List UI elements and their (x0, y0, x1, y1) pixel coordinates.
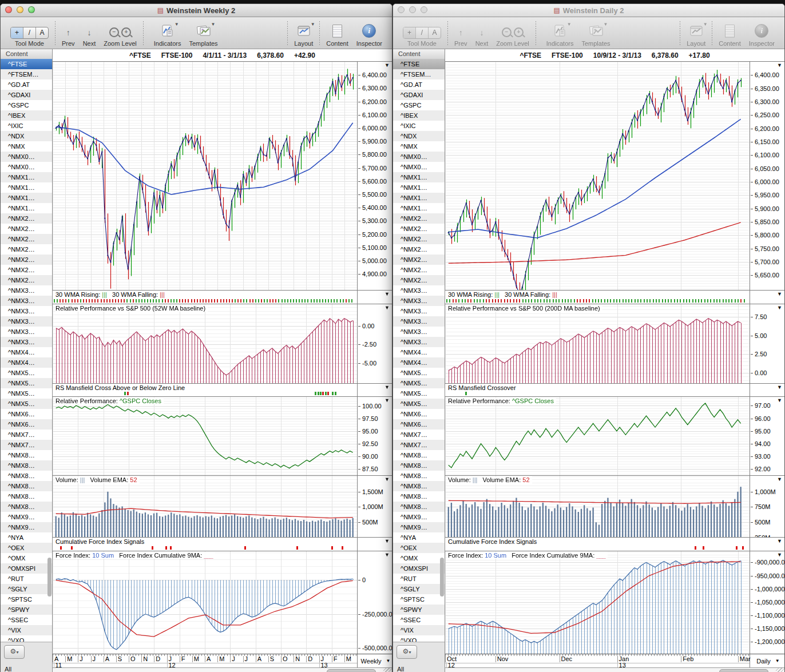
close-button[interactable] (5, 6, 12, 13)
panel-menu-icon[interactable]: ▼ (384, 305, 390, 311)
sidebar-item[interactable]: ^SPTSC (1, 594, 52, 605)
relperf-line-plot[interactable]: Relative Performance: ^GSPC Closes (445, 397, 750, 475)
panel-menu-icon[interactable]: ▼ (777, 538, 782, 544)
sidebar-item[interactable]: ^NMX5… (393, 378, 445, 388)
relperf-line-plot[interactable]: Relative Performance: ^GSPC Closes (53, 397, 358, 475)
indicators-button[interactable]: ▼ Indicators (546, 23, 574, 47)
sidebar-item[interactable]: ^SPTSC (393, 594, 445, 605)
templates-button[interactable]: ▼ Templates (581, 23, 610, 47)
sidebar-item[interactable]: ^NMX4… (393, 357, 445, 368)
zoom-out-icon[interactable]: − (502, 27, 512, 37)
sidebar-item[interactable]: ^NMX5… (1, 378, 52, 388)
sidebar-item[interactable]: ^GDAXI (393, 90, 445, 100)
sidebar-item[interactable]: ^NMX6… (393, 409, 445, 419)
sidebar-item[interactable]: ^NMX1… (393, 193, 445, 203)
time-axis-plot[interactable]: AMJJASONDJFMAMJJASONDJFM 111213 (53, 654, 358, 667)
horizontal-scrollbar[interactable] (53, 667, 392, 672)
sidebar-item[interactable]: ^NMX8… (393, 471, 445, 481)
panel-menu-icon[interactable]: ▼ (777, 397, 782, 403)
sidebar-item[interactable]: ^NMX8… (1, 460, 52, 471)
force-index-plot[interactable]: Force Index: 10 Sum Force Index Cumulati… (53, 551, 358, 654)
panel-menu-icon[interactable]: ▼ (777, 291, 782, 297)
inspector-button[interactable]: i Inspector (356, 23, 382, 47)
sidebar-item[interactable]: ^NMX2… (393, 265, 445, 275)
indicators-button[interactable]: ▼ Indicators (154, 23, 181, 47)
sidebar-item[interactable]: ^GSPC (1, 100, 52, 110)
sidebar-item[interactable]: ^NMX0… (393, 152, 445, 162)
sidebar-item[interactable]: ^NMX3… (393, 327, 445, 337)
panel-menu-icon[interactable]: ▼ (777, 476, 782, 482)
sidebar-item[interactable]: ^OMXSPI (1, 563, 52, 574)
tool-mode-line[interactable]: / (23, 27, 36, 38)
sidebar-item[interactable]: ^FTSE (393, 59, 445, 69)
sidebar-item[interactable]: ^NMX2… (393, 255, 445, 265)
content-button[interactable]: Content (326, 23, 348, 47)
sidebar-item[interactable]: ^NMX5… (1, 368, 52, 378)
sidebar-item[interactable]: ^NYA (1, 532, 52, 543)
relperf-axis[interactable]: ▼100.0097.5095.0092.5090.0087.50 (358, 397, 392, 475)
sidebar-item[interactable]: ^NMX2… (1, 275, 52, 285)
title-bar[interactable]: ▤ Weinstein Weekly 2 (1, 4, 392, 17)
panel-menu-icon[interactable]: ▼ (777, 305, 782, 311)
sidebar-item[interactable]: ^NMX6… (1, 409, 52, 419)
inspector-button[interactable]: i Inspector (749, 23, 775, 47)
sidebar-item[interactable]: ^SGLY (393, 584, 445, 594)
prev-button[interactable]: ↑ Prev (454, 26, 467, 47)
volume-plot[interactable]: Volume: ||| Volume EMA: 52 (53, 476, 358, 537)
sidebar-item[interactable]: ^NMX2… (1, 234, 52, 244)
scrollbar-thumb[interactable] (719, 669, 768, 672)
sidebar-item[interactable]: ^FTSE (1, 59, 52, 69)
wma-signal-plot[interactable]: 30 WMA Rising: ||| 30 WMA Falling: ||| (53, 291, 358, 304)
resize-grip-icon[interactable] (383, 668, 392, 672)
sidebar-item[interactable]: ^NMX (1, 141, 52, 152)
sidebar-item[interactable]: ^RUT (1, 574, 52, 584)
zoom-out-icon[interactable]: − (109, 27, 119, 37)
sidebar-item[interactable]: ^VIX (393, 625, 445, 635)
sidebar-header[interactable]: Content (393, 49, 445, 59)
sidebar-item[interactable]: ^GD.AT (1, 79, 52, 90)
sidebar-item[interactable]: ^NMX8… (1, 481, 52, 491)
sidebar-item[interactable]: ^OMX (1, 553, 52, 563)
sidebar-item[interactable]: ^NMX8… (393, 491, 445, 502)
sidebar-item[interactable]: ^NMX1… (1, 182, 52, 193)
sidebar-item[interactable]: ^NDX (1, 131, 52, 141)
content-button[interactable]: Content (719, 23, 741, 47)
sidebar-item[interactable]: ^NMX5… (393, 368, 445, 378)
interval-popup[interactable]: Weekly ▼ (362, 655, 390, 666)
panel-menu-icon[interactable]: ▼ (777, 62, 782, 68)
sidebar-item[interactable]: ^NMX7… (1, 440, 52, 450)
sidebar-item[interactable]: ^NMX2… (1, 255, 52, 265)
sidebar-header[interactable]: Content (1, 49, 52, 59)
sidebar-item[interactable]: ^SPWY (393, 605, 445, 615)
price-plot[interactable] (53, 62, 358, 290)
sidebar-item[interactable]: ^GSPC (393, 100, 445, 110)
horizontal-scrollbar[interactable] (445, 667, 784, 672)
sidebar-item[interactable]: ^NYA (393, 532, 445, 543)
sidebar-item[interactable]: ^NMX5… (1, 388, 52, 399)
sidebar-item[interactable]: ^GD.AT (393, 79, 445, 90)
zoom-in-icon[interactable]: + (121, 27, 131, 37)
sidebar-item[interactable]: ^NMX3… (1, 327, 52, 337)
sidebar-item[interactable]: ^NMX1… (1, 193, 52, 203)
sidebar-item[interactable]: ^NMX9… (393, 512, 445, 522)
sidebar-item[interactable]: ^NMX7… (1, 430, 52, 440)
sidebar-item[interactable]: ^NMX1… (1, 172, 52, 182)
sidebar-item[interactable]: ^OMXSPI (393, 563, 445, 574)
sidebar-item[interactable]: ^NMX5… (1, 399, 52, 409)
tool-mode-line[interactable]: / (416, 27, 429, 38)
force-axis[interactable]: ▼-900,000.00-950,000.00-1,000,000.00-1,0… (751, 551, 784, 654)
sidebar-item[interactable]: ^IXIC (1, 121, 52, 131)
sidebar-item[interactable]: ^OMX (393, 553, 445, 563)
sidebar-item[interactable]: ^FTSEM… (393, 69, 445, 79)
sidebar-item[interactable]: ^SPWY (1, 605, 52, 615)
price-axis[interactable]: ▼6,400.006,350.006,300.006,250.006,200.0… (751, 62, 784, 290)
sidebar-item[interactable]: ^NMX1… (393, 172, 445, 182)
volume-plot[interactable]: Volume: ||| Volume EMA: 52 (445, 476, 750, 537)
sidebar-item[interactable]: ^NMX3… (1, 296, 52, 306)
volume-axis[interactable]: ▼1,500M1,000M500M (358, 476, 392, 537)
scrollbar-thumb[interactable] (47, 558, 51, 597)
sidebar-item[interactable]: ^NMX0… (1, 162, 52, 172)
sidebar-item[interactable]: ^NMX9… (1, 512, 52, 522)
sidebar-item[interactable]: ^NMX2… (1, 224, 52, 234)
relative-performance-plot[interactable]: Relative Performance vs S&P 500 (52W MA … (53, 304, 358, 383)
